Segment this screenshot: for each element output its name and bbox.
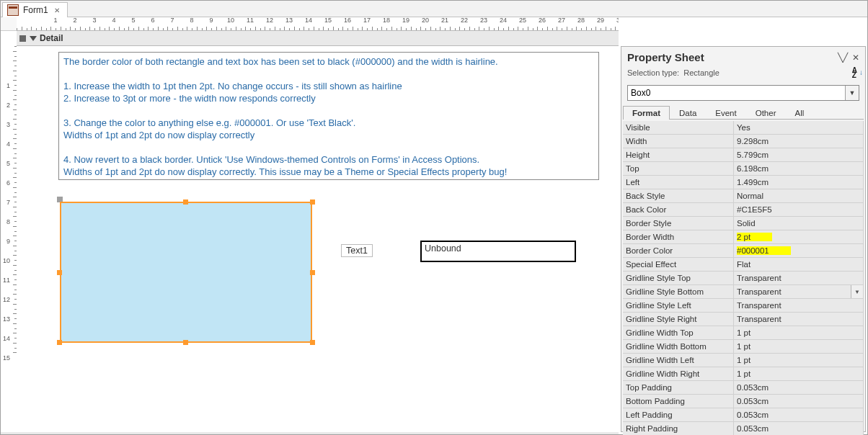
property-value[interactable]: 1 pt bbox=[734, 354, 864, 367]
property-value[interactable]: Normal bbox=[734, 189, 864, 203]
property-name: Gridline Width Bottom bbox=[623, 340, 734, 354]
property-value[interactable]: 0.053cm bbox=[734, 422, 864, 436]
property-name: Gridline Style Top bbox=[623, 272, 734, 285]
chevron-down-icon[interactable]: ▼ bbox=[851, 285, 863, 298]
property-name: Width bbox=[623, 135, 734, 148]
property-row[interactable]: Left Padding0.053cm bbox=[623, 408, 864, 422]
tab-data[interactable]: Data bbox=[670, 106, 706, 120]
property-name: Gridline Width Left bbox=[623, 354, 734, 367]
section-selector-icon[interactable] bbox=[19, 35, 26, 42]
property-name: Height bbox=[623, 148, 734, 162]
close-icon[interactable]: ✕ bbox=[852, 53, 859, 63]
property-value[interactable]: 2 pt bbox=[734, 230, 864, 244]
textbox-label[interactable]: Text1 bbox=[341, 244, 373, 257]
property-value[interactable]: 1 pt bbox=[734, 340, 864, 354]
property-value[interactable]: 1 pt bbox=[734, 326, 864, 340]
property-value[interactable]: #000001 bbox=[734, 244, 864, 258]
design-canvas-wrap: The border color of both rectangle and t… bbox=[17, 46, 619, 432]
tab-form1[interactable]: Form1 ✕ bbox=[2, 2, 68, 17]
property-row[interactable]: Back Color#C1E5F5 bbox=[623, 203, 864, 217]
tab-all[interactable]: All bbox=[785, 106, 813, 120]
property-row[interactable]: Gridline Style RightTransparent bbox=[623, 313, 864, 326]
property-row[interactable]: Back StyleNormal bbox=[623, 189, 864, 203]
property-value[interactable]: 1.499cm bbox=[734, 176, 864, 189]
property-row[interactable]: Gridline Style LeftTransparent bbox=[623, 299, 864, 313]
property-row[interactable]: Right Padding0.053cm bbox=[623, 422, 864, 436]
property-name: Border Color bbox=[623, 244, 734, 258]
property-name: Left Padding bbox=[623, 408, 734, 422]
sort-az-button[interactable]: AZ↓ bbox=[850, 66, 859, 79]
property-row[interactable]: Gridline Width Top1 pt bbox=[623, 326, 864, 340]
tab-title: Form1 bbox=[23, 5, 48, 15]
property-value[interactable]: Transparent bbox=[734, 272, 864, 285]
property-row[interactable]: Gridline Style BottomTransparent▼ bbox=[623, 285, 864, 299]
selected-rectangle[interactable] bbox=[60, 202, 312, 343]
close-icon[interactable]: ✕ bbox=[53, 6, 61, 14]
design-canvas[interactable]: The border color of both rectangle and t… bbox=[17, 46, 619, 432]
property-value[interactable]: Solid bbox=[734, 217, 864, 230]
property-grid[interactable]: VisibleYesWidth9.298cmHeight5.799cmTop6.… bbox=[623, 121, 864, 435]
object-selector[interactable]: ▼ bbox=[627, 85, 859, 101]
tab-strip: Form1 ✕ bbox=[1, 1, 867, 17]
resize-handle[interactable] bbox=[310, 270, 315, 275]
property-name: Gridline Style Left bbox=[623, 299, 734, 313]
property-value[interactable]: 6.198cm bbox=[734, 162, 864, 176]
property-name: Right Padding bbox=[623, 422, 734, 436]
property-row[interactable]: Left1.499cm bbox=[623, 176, 864, 189]
instructions-box[interactable]: The border color of both rectangle and t… bbox=[58, 52, 599, 180]
collapse-icon[interactable]: ╲╱ bbox=[838, 53, 848, 63]
property-value[interactable]: Flat bbox=[734, 258, 864, 272]
property-row[interactable]: Gridline Width Right1 pt bbox=[623, 367, 864, 381]
property-value[interactable]: 9.298cm bbox=[734, 135, 864, 148]
property-value[interactable]: Yes bbox=[734, 121, 864, 135]
property-value[interactable]: 1 pt bbox=[734, 367, 864, 381]
property-sheet: Property Sheet ╲╱ ✕ Selection type: Rect… bbox=[621, 46, 866, 432]
horizontal-ruler[interactable]: 1234567891011121314151617181920212223242… bbox=[17, 17, 619, 31]
property-row[interactable]: Gridline Style TopTransparent bbox=[623, 272, 864, 285]
resize-handle[interactable] bbox=[57, 270, 62, 275]
resize-handle[interactable] bbox=[310, 340, 315, 345]
property-value[interactable]: 0.053cm bbox=[734, 395, 864, 408]
hscrollbar[interactable] bbox=[1, 432, 619, 434]
property-row[interactable]: Special EffectFlat bbox=[623, 258, 864, 272]
property-row[interactable]: Border Width2 pt bbox=[623, 230, 864, 244]
property-value[interactable]: Transparent▼ bbox=[734, 285, 864, 299]
property-value[interactable]: #C1E5F5 bbox=[734, 203, 864, 217]
property-value[interactable]: Transparent bbox=[734, 299, 864, 313]
property-row[interactable]: VisibleYes bbox=[623, 121, 864, 135]
property-row[interactable]: Width9.298cm bbox=[623, 135, 864, 148]
property-name: Top Padding bbox=[623, 381, 734, 395]
property-value[interactable]: 0.053cm bbox=[734, 381, 864, 395]
section-label: Detail bbox=[40, 33, 63, 43]
textbox-unbound[interactable]: Unbound bbox=[420, 241, 576, 262]
property-row[interactable]: Top6.198cm bbox=[623, 162, 864, 176]
tab-event[interactable]: Event bbox=[706, 106, 745, 120]
property-row[interactable]: Gridline Width Left1 pt bbox=[623, 354, 864, 367]
property-value[interactable]: 5.799cm bbox=[734, 148, 864, 162]
property-name: Border Style bbox=[623, 217, 734, 230]
vertical-ruler[interactable]: 123456789101112131415 bbox=[1, 46, 17, 432]
property-row[interactable]: Gridline Width Bottom1 pt bbox=[623, 340, 864, 354]
property-row[interactable]: Top Padding0.053cm bbox=[623, 381, 864, 395]
object-selector-input[interactable] bbox=[628, 86, 845, 100]
property-name: Top bbox=[623, 162, 734, 176]
property-row[interactable]: Bottom Padding0.053cm bbox=[623, 395, 864, 408]
tab-other[interactable]: Other bbox=[746, 106, 786, 120]
tab-format[interactable]: Format bbox=[623, 106, 670, 120]
resize-handle[interactable] bbox=[57, 340, 62, 345]
chevron-down-icon[interactable]: ▼ bbox=[845, 86, 859, 100]
ruler-corner[interactable] bbox=[1, 17, 17, 31]
property-tabs: FormatDataEventOtherAll bbox=[623, 105, 864, 120]
property-row[interactable]: Border Color#000001 bbox=[623, 244, 864, 258]
property-row[interactable]: Border StyleSolid bbox=[623, 217, 864, 230]
property-name: Border Width bbox=[623, 230, 734, 244]
property-row[interactable]: Height5.799cm bbox=[623, 148, 864, 162]
property-name: Back Color bbox=[623, 203, 734, 217]
section-bar-detail[interactable]: Detail bbox=[17, 30, 619, 46]
resize-handle[interactable] bbox=[183, 340, 188, 345]
property-value[interactable]: 0.053cm bbox=[734, 408, 864, 422]
resize-handle[interactable] bbox=[183, 199, 188, 205]
resize-handle[interactable] bbox=[310, 199, 315, 205]
property-name: Bottom Padding bbox=[623, 395, 734, 408]
property-value[interactable]: Transparent bbox=[734, 313, 864, 326]
